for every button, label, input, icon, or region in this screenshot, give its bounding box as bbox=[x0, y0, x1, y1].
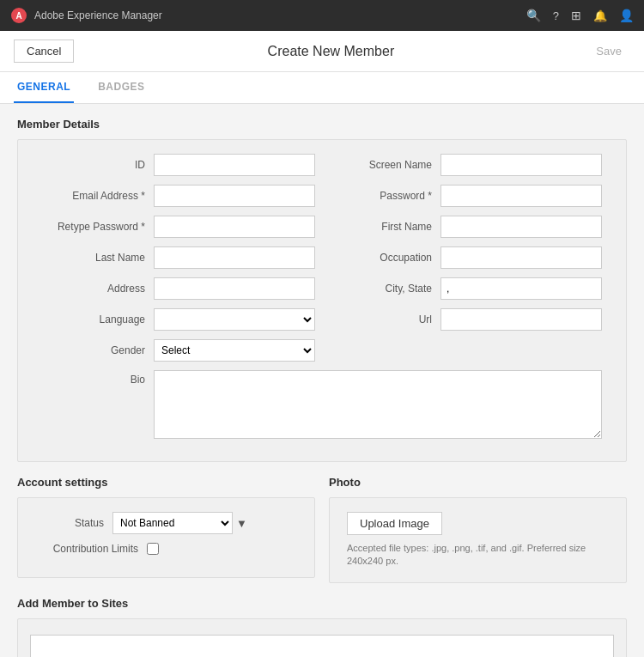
retype-password-input[interactable] bbox=[154, 216, 315, 238]
last-name-row: Last Name bbox=[35, 246, 322, 269]
user-icon[interactable]: 👤 bbox=[619, 9, 634, 22]
tab-general[interactable]: GENERAL bbox=[14, 72, 74, 103]
address-input[interactable] bbox=[154, 277, 315, 300]
photo-col: Photo Upload Image Accepted file types: … bbox=[329, 476, 627, 597]
member-details-card: ID Screen Name Email Address * Password … bbox=[17, 139, 627, 462]
app-name: Adobe Experience Manager bbox=[34, 9, 162, 21]
svg-text:A: A bbox=[15, 11, 21, 21]
language-select[interactable] bbox=[154, 308, 315, 331]
id-label: ID bbox=[42, 159, 154, 171]
occupation-input[interactable] bbox=[440, 246, 602, 269]
occupation-label: Occupation bbox=[329, 252, 440, 264]
screen-name-input[interactable] bbox=[440, 154, 602, 176]
email-label: Email Address * bbox=[42, 190, 154, 202]
screen-name-label: Screen Name bbox=[329, 159, 440, 171]
adobe-logo-icon: A bbox=[10, 7, 27, 24]
sites-input[interactable] bbox=[30, 635, 614, 657]
member-details-title: Member Details bbox=[17, 118, 627, 131]
bio-row: Bio bbox=[35, 370, 609, 439]
contribution-row: Contribution Limits bbox=[35, 543, 297, 555]
search-icon[interactable]: 🔍 bbox=[526, 9, 541, 22]
photo-card: Upload Image Accepted file types: .jpg, … bbox=[329, 497, 627, 583]
bell-icon[interactable]: 🔔 bbox=[593, 9, 607, 22]
gender-row: Gender Select Male Female bbox=[35, 339, 322, 362]
retype-password-row: Retype Password * bbox=[35, 216, 322, 238]
first-name-input[interactable] bbox=[440, 216, 602, 238]
main-content: Member Details ID Screen Name Email Addr… bbox=[0, 104, 644, 657]
cancel-button[interactable]: Cancel bbox=[14, 40, 74, 63]
photo-title: Photo bbox=[329, 476, 627, 489]
help-icon[interactable]: ? bbox=[553, 9, 559, 22]
save-button[interactable]: Save bbox=[587, 40, 630, 62]
status-row: Status Not Banned Banned ▼ bbox=[35, 512, 297, 534]
first-name-row: First Name bbox=[322, 216, 609, 238]
language-label: Language bbox=[42, 313, 154, 325]
id-input[interactable] bbox=[154, 154, 315, 176]
account-photo-section: Account settings Status Not Banned Banne… bbox=[17, 476, 627, 597]
city-state-row: City, State bbox=[322, 277, 609, 300]
gender-select[interactable]: Select Male Female bbox=[154, 339, 315, 362]
last-name-input[interactable] bbox=[154, 246, 315, 269]
top-nav-right: 🔍 ? ⊞ 🔔 👤 bbox=[526, 9, 634, 22]
status-select[interactable]: Not Banned Banned bbox=[112, 512, 233, 534]
bio-label: Bio bbox=[42, 370, 154, 386]
address-row: Address bbox=[35, 277, 322, 300]
contribution-checkbox[interactable] bbox=[147, 543, 159, 555]
retype-password-label: Retype Password * bbox=[42, 221, 154, 233]
password-row: Password * bbox=[322, 185, 609, 207]
status-dropdown-icon: ▼ bbox=[236, 517, 247, 530]
account-settings-card: Status Not Banned Banned ▼ Contribution … bbox=[17, 497, 315, 578]
id-row: ID bbox=[35, 154, 322, 176]
header-bar: Cancel Create New Member Save bbox=[0, 31, 644, 72]
email-input[interactable] bbox=[154, 185, 315, 207]
url-label: Url bbox=[329, 313, 440, 325]
top-nav-left: A Adobe Experience Manager bbox=[10, 7, 162, 24]
url-row: Url bbox=[322, 308, 609, 331]
gender-label: Gender bbox=[42, 344, 154, 356]
password-label: Password * bbox=[329, 190, 440, 202]
grid-icon[interactable]: ⊞ bbox=[571, 9, 581, 22]
tab-badges[interactable]: BADGES bbox=[94, 72, 148, 103]
password-input[interactable] bbox=[440, 185, 602, 207]
email-row: Email Address * bbox=[35, 185, 322, 207]
gender-placeholder bbox=[322, 339, 609, 370]
url-input[interactable] bbox=[440, 308, 602, 331]
bio-textarea[interactable] bbox=[154, 370, 602, 439]
member-details-form: ID Screen Name Email Address * Password … bbox=[35, 154, 609, 447]
add-member-to-sites-card bbox=[17, 618, 627, 657]
page-title: Create New Member bbox=[268, 44, 395, 59]
account-settings-col: Account settings Status Not Banned Banne… bbox=[17, 476, 315, 597]
city-state-input[interactable] bbox=[440, 277, 602, 300]
upload-hint: Accepted file types: .jpg, .png, .tif, a… bbox=[347, 542, 609, 569]
add-member-to-sites-title: Add Member to Sites bbox=[17, 597, 627, 610]
status-label: Status bbox=[35, 517, 112, 529]
contribution-label: Contribution Limits bbox=[35, 543, 147, 555]
upload-image-button[interactable]: Upload Image bbox=[347, 512, 442, 535]
top-nav: A Adobe Experience Manager 🔍 ? ⊞ 🔔 👤 bbox=[0, 0, 644, 31]
tabs-bar: GENERAL BADGES bbox=[0, 72, 644, 104]
city-state-label: City, State bbox=[329, 283, 440, 295]
last-name-label: Last Name bbox=[42, 252, 154, 264]
occupation-row: Occupation bbox=[322, 246, 609, 269]
address-label: Address bbox=[42, 283, 154, 295]
first-name-label: First Name bbox=[329, 221, 440, 233]
language-row: Language bbox=[35, 308, 322, 331]
account-settings-title: Account settings bbox=[17, 476, 315, 489]
screen-name-row: Screen Name bbox=[322, 154, 609, 176]
